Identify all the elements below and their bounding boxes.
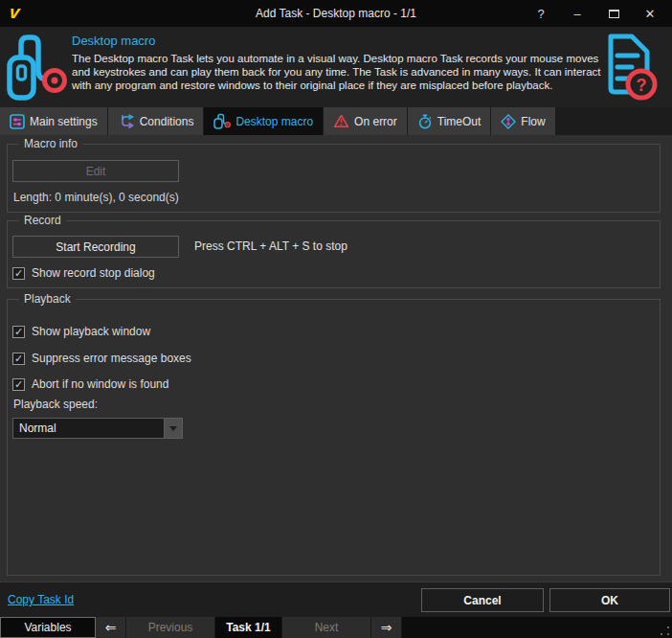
stopwatch-icon (417, 114, 433, 129)
macro-info-group: Macro info Edit Length: 0 minute(s), 0 s… (7, 144, 661, 213)
mouse-icon (213, 113, 231, 129)
tab-label: Conditions (140, 115, 194, 128)
start-recording-button[interactable]: Start Recording (12, 236, 179, 258)
checkbox-icon (12, 378, 25, 391)
selected-speed-value: Normal (13, 422, 164, 435)
document-help-icon[interactable]: ? (595, 31, 659, 107)
record-group: Record Start Recording Press CTRL + ALT … (7, 220, 661, 288)
show-record-stop-dialog-checkbox[interactable]: Show record stop dialog (12, 266, 155, 280)
tab-label: Main settings (30, 115, 98, 128)
task-type-title: Desktop macro (72, 34, 155, 48)
flow-diamond-icon (501, 114, 516, 129)
chevron-down-icon (169, 426, 177, 431)
ok-button[interactable]: OK (549, 588, 670, 612)
checkbox-label: Show playback window (32, 325, 150, 338)
group-legend: Macro info (19, 137, 82, 150)
playback-group: Playback Show playback window Suppress e… (7, 299, 661, 576)
tab-label: TimeOut (437, 115, 482, 128)
svg-text:?: ? (637, 76, 647, 95)
warning-triangle-icon (333, 114, 349, 128)
show-playback-window-checkbox[interactable]: Show playback window (12, 325, 150, 338)
maximize-button[interactable] (599, 2, 628, 25)
task-navigation-bar: Variables ⇐ Previous Task 1/1 Next ⇒ (0, 617, 672, 638)
tab-content: Macro info Edit Length: 0 minute(s), 0 s… (0, 135, 672, 581)
dropdown-button[interactable] (164, 419, 182, 438)
task-description: The Desktop macro Task lets you automate… (72, 52, 608, 92)
close-button[interactable]: ✕ (636, 2, 664, 25)
tab-label: On error (354, 115, 397, 128)
tab-label: Desktop macro (235, 115, 313, 128)
maximize-icon (609, 10, 619, 18)
help-button[interactable]: ? (526, 2, 555, 25)
tab-main-settings[interactable]: Main settings (0, 107, 108, 135)
resize-grip[interactable] (661, 627, 669, 635)
abort-if-no-window-checkbox[interactable]: Abort if no window is found (12, 377, 168, 391)
edit-button[interactable]: Edit (12, 160, 179, 182)
group-legend: Playback (19, 292, 76, 306)
tab-bar: Main settings Conditions Desktop macro (0, 107, 672, 135)
macro-length-text: Length: 0 minute(s), 0 second(s) (13, 191, 179, 204)
tab-conditions[interactable]: Conditions (108, 107, 205, 135)
tab-timeout[interactable]: TimeOut (408, 107, 492, 135)
minimize-button[interactable]: – (563, 2, 592, 25)
next-button[interactable]: Next (282, 617, 371, 638)
tab-desktop-macro[interactable]: Desktop macro (204, 107, 324, 135)
checkbox-label: Show record stop dialog (32, 266, 155, 280)
checkbox-icon (12, 326, 25, 338)
tab-flow[interactable]: Flow (491, 107, 555, 135)
checkbox-icon (12, 353, 25, 365)
next-arrow-icon[interactable]: ⇒ (371, 617, 402, 638)
task-header: Desktop macro The Desktop macro Task let… (0, 27, 672, 107)
cancel-button[interactable]: Cancel (421, 588, 544, 612)
variables-button[interactable]: Variables (0, 617, 96, 638)
task-counter: Task 1/1 (215, 617, 282, 638)
previous-arrow-icon[interactable]: ⇐ (96, 617, 126, 638)
window-controls: ? – ✕ (526, 0, 664, 27)
copy-task-id-link[interactable]: Copy Task Id (8, 593, 74, 606)
mouse-record-icon (4, 29, 67, 109)
previous-button[interactable]: Previous (126, 617, 215, 638)
sliders-icon (10, 114, 25, 129)
checkbox-label: Abort if no window is found (32, 377, 168, 391)
suppress-error-boxes-checkbox[interactable]: Suppress error message boxes (12, 352, 191, 365)
add-task-window: v Add Task - Desktop macro - 1/1 ? – ✕ D… (0, 0, 672, 638)
statusbar-filler (402, 617, 672, 638)
playback-speed-label: Playback speed: (13, 398, 98, 411)
dialog-footer: Copy Task Id Cancel OK (0, 581, 672, 617)
group-legend: Record (19, 214, 66, 227)
checkbox-label: Suppress error message boxes (32, 352, 191, 365)
record-stop-hint: Press CTRL + ALT + S to stop (194, 239, 347, 253)
playback-speed-select[interactable]: Normal (12, 418, 183, 439)
tab-on-error[interactable]: On error (324, 107, 408, 135)
branch-arrows-icon (118, 114, 135, 129)
checkbox-icon (12, 267, 25, 280)
titlebar: v Add Task - Desktop macro - 1/1 ? – ✕ (0, 0, 672, 27)
tab-label: Flow (521, 115, 545, 128)
